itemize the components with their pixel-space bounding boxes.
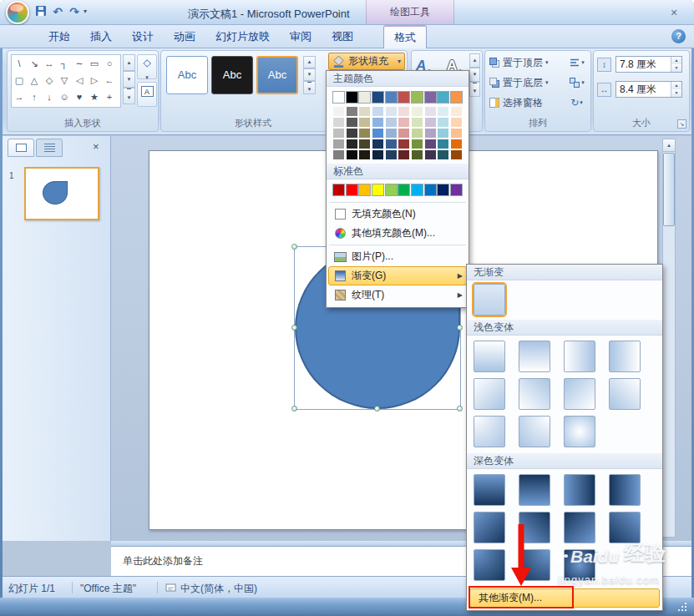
dark-gradient-variant-8[interactable] <box>609 512 641 543</box>
shape-rounded-rectangle-icon[interactable]: ▢ <box>15 73 23 88</box>
bring-to-front-button[interactable]: 置于顶层 ▾ <box>489 53 564 72</box>
shape-down-arrow-icon[interactable]: ↓ <box>47 89 52 104</box>
close-button[interactable]: ✕ <box>663 5 685 20</box>
theme-color-swatch-0-1[interactable] <box>332 106 345 117</box>
dark-gradient-variant-3[interactable] <box>564 474 595 506</box>
theme-color-swatch-0-4[interactable] <box>332 139 345 149</box>
text-box-button[interactable]: A <box>137 82 157 107</box>
style-preview-1[interactable]: Abc <box>166 56 208 94</box>
scrollbar-thumb[interactable] <box>663 153 675 226</box>
light-gradient-variant-5[interactable] <box>474 378 505 410</box>
slide-thumbnail[interactable] <box>24 167 99 220</box>
theme-color-swatch-7-0[interactable] <box>424 91 437 104</box>
theme-color-swatch-0-3[interactable] <box>332 128 345 139</box>
standard-color-swatch-6[interactable] <box>411 184 423 196</box>
dark-gradient-variant-1[interactable] <box>474 474 505 506</box>
dark-gradient-variant-6[interactable] <box>519 512 550 543</box>
theme-color-swatch-5-4[interactable] <box>398 139 410 149</box>
shape-width-spinner[interactable]: 8.4 厘米 ▲ ▼ <box>615 81 682 98</box>
dark-gradient-variant-4[interactable] <box>609 474 641 506</box>
align-button[interactable]: ▾ <box>565 53 588 72</box>
theme-color-swatch-6-2[interactable] <box>411 117 423 128</box>
standard-color-swatch-9[interactable] <box>450 184 463 196</box>
theme-color-swatch-4-5[interactable] <box>385 149 398 160</box>
standard-color-swatch-0[interactable] <box>332 184 345 196</box>
theme-color-swatch-6-5[interactable] <box>411 149 423 160</box>
theme-color-swatch-8-2[interactable] <box>437 117 449 128</box>
shape-curve-icon[interactable]: ∼ <box>75 56 83 71</box>
theme-color-swatch-6-3[interactable] <box>411 128 423 139</box>
light-gradient-variant-6[interactable] <box>519 378 550 410</box>
light-gradient-variant-10[interactable] <box>519 416 550 447</box>
theme-color-swatch-4-4[interactable] <box>385 139 398 149</box>
theme-color-swatch-0-0[interactable] <box>332 91 345 104</box>
tab-design[interactable]: 设计 <box>122 25 164 48</box>
styles-scroll-down-button[interactable]: ▼ <box>303 68 316 81</box>
styles-more-button[interactable]: ▼ <box>303 81 316 94</box>
wordart-scroll-up-button[interactable]: ▲ <box>469 53 480 68</box>
standard-color-swatch-5[interactable] <box>398 184 410 196</box>
height-step-up-button[interactable]: ▲ <box>671 57 681 64</box>
tab-view[interactable]: 视图 <box>322 25 363 48</box>
selection-handle-middle-right[interactable] <box>457 325 463 331</box>
gradient-menu-item[interactable]: 渐变(G) ▶ <box>328 266 467 285</box>
pane-close-button[interactable]: × <box>93 140 99 153</box>
theme-color-swatch-7-5[interactable] <box>424 149 437 160</box>
theme-color-swatch-1-2[interactable] <box>346 117 358 128</box>
theme-color-swatch-8-1[interactable] <box>437 106 449 117</box>
group-objects-button[interactable]: ▾ <box>565 73 588 92</box>
quick-access-dropdown[interactable]: ▾ <box>84 8 87 15</box>
dark-gradient-variant-2[interactable] <box>519 474 550 506</box>
selection-handle-middle-left[interactable] <box>291 325 297 331</box>
shape-fill-button[interactable]: 形状填充 ▾ <box>328 53 405 70</box>
style-preview-2[interactable]: Abc <box>211 56 253 94</box>
tab-slideshow[interactable]: 幻灯片放映 <box>205 25 280 48</box>
selection-handle-bottom-left[interactable] <box>291 406 297 412</box>
shape-diamond-icon[interactable]: ◇ <box>46 73 53 88</box>
theme-color-swatch-6-1[interactable] <box>411 106 423 117</box>
dark-gradient-variant-5[interactable] <box>474 512 505 543</box>
theme-color-swatch-0-2[interactable] <box>332 117 345 128</box>
standard-color-swatch-3[interactable] <box>372 184 384 196</box>
send-to-back-button[interactable]: 置于底层 ▾ <box>489 73 564 92</box>
theme-color-swatch-9-4[interactable] <box>450 139 463 149</box>
light-gradient-variant-1[interactable] <box>474 341 505 372</box>
more-fill-colors-menu-item[interactable]: 其他填充颜色(M)... <box>328 224 467 243</box>
theme-color-swatch-2-0[interactable] <box>358 91 371 104</box>
shape-double-arrow-icon[interactable]: ↔ <box>45 56 54 71</box>
shape-arrow-icon[interactable]: ↘ <box>30 56 38 71</box>
tab-review[interactable]: 审阅 <box>280 25 322 48</box>
shape-line-icon[interactable]: \ <box>18 56 20 71</box>
theme-color-swatch-7-1[interactable] <box>424 106 437 117</box>
theme-color-swatch-1-1[interactable] <box>346 106 358 117</box>
theme-color-swatch-0-5[interactable] <box>332 149 345 160</box>
office-button[interactable] <box>6 1 29 24</box>
theme-color-swatch-8-0[interactable] <box>437 91 449 104</box>
standard-color-swatch-8[interactable] <box>437 184 449 196</box>
shape-heart-icon[interactable]: ♥ <box>77 89 83 104</box>
vertical-scrollbar[interactable]: ▲ <box>662 139 676 538</box>
light-gradient-variant-9[interactable] <box>474 416 505 447</box>
width-step-up-button[interactable]: ▲ <box>671 82 681 89</box>
shape-plus-icon[interactable]: + <box>107 89 112 104</box>
theme-color-swatch-9-5[interactable] <box>450 149 463 160</box>
dark-gradient-variant-10[interactable] <box>519 549 550 581</box>
theme-color-swatch-2-4[interactable] <box>358 139 371 149</box>
help-button[interactable]: ? <box>671 29 686 43</box>
slides-tab[interactable] <box>8 139 34 157</box>
outline-tab[interactable] <box>36 139 63 157</box>
theme-color-swatch-4-3[interactable] <box>385 128 398 139</box>
tab-home[interactable]: 开始 <box>38 25 80 48</box>
theme-color-swatch-1-4[interactable] <box>346 139 358 149</box>
theme-color-swatch-9-0[interactable] <box>450 91 463 104</box>
theme-color-swatch-5-0[interactable] <box>398 91 410 104</box>
picture-fill-menu-item[interactable]: 图片(P)... <box>328 247 467 266</box>
theme-color-swatch-3-1[interactable] <box>372 106 384 117</box>
shape-right-arrow-icon[interactable]: → <box>15 89 24 104</box>
theme-color-swatch-3-5[interactable] <box>372 149 384 160</box>
theme-color-swatch-2-3[interactable] <box>358 128 371 139</box>
theme-color-swatch-8-5[interactable] <box>437 149 449 160</box>
shape-rectangle-icon[interactable]: ▭ <box>90 56 99 71</box>
theme-color-swatch-5-3[interactable] <box>398 128 410 139</box>
undo-button[interactable]: ↶ <box>50 5 65 20</box>
